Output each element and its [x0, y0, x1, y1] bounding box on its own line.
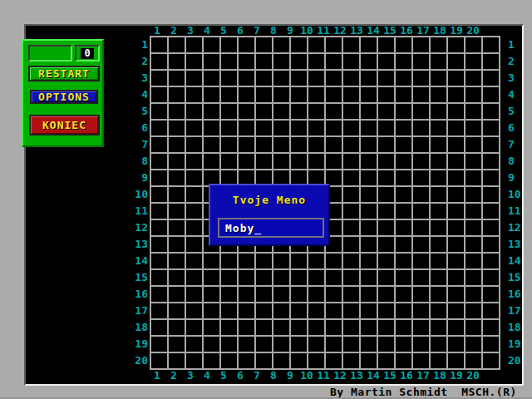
- row-label: 5: [130, 106, 148, 117]
- col-label: 16: [400, 26, 413, 36]
- row-label: 4: [508, 89, 528, 101]
- col-label: 20: [466, 26, 480, 36]
- row-label: 14: [130, 255, 148, 267]
- options-button[interactable]: OPTIONS: [30, 90, 98, 104]
- col-label: 7: [254, 371, 260, 381]
- col-label: 8: [270, 371, 277, 381]
- author-credit: By Martin Schmidt MSCH.(R): [330, 386, 517, 398]
- row-label: 8: [508, 155, 528, 167]
- col-label: 18: [433, 371, 446, 381]
- row-label: 2: [130, 56, 148, 67]
- col-label: 11: [317, 26, 330, 36]
- col-label: 15: [383, 371, 397, 381]
- col-label: 19: [450, 26, 463, 36]
- row-label: 19: [508, 338, 528, 350]
- col-label: 17: [416, 371, 430, 381]
- row-label: 12: [130, 222, 148, 234]
- col-label: 1: [154, 26, 160, 36]
- col-label: 12: [333, 371, 347, 381]
- row-label: 2: [508, 56, 528, 67]
- col-label: 3: [187, 26, 194, 36]
- row-label: 20: [130, 355, 148, 367]
- col-label: 4: [204, 371, 210, 381]
- row-label: 11: [508, 205, 528, 217]
- row-label: 6: [508, 122, 528, 134]
- restart-button[interactable]: RESTART: [28, 66, 100, 81]
- col-label: 7: [254, 26, 260, 36]
- game-window: 0 RESTART OPTIONS KONIEC 112233445566778…: [0, 0, 532, 399]
- col-label: 14: [367, 26, 380, 36]
- col-label: 10: [300, 371, 313, 381]
- col-label: 10: [300, 26, 313, 36]
- row-label: 16: [130, 288, 148, 300]
- row-label: 11: [130, 205, 148, 217]
- row-label: 4: [130, 89, 148, 101]
- row-label: 14: [508, 255, 528, 267]
- score-label-slot: [28, 45, 72, 62]
- row-label: 19: [130, 338, 148, 350]
- col-label: 15: [383, 26, 397, 36]
- col-label: 6: [237, 26, 244, 36]
- row-label: 3: [130, 72, 148, 84]
- row-label: 18: [130, 322, 148, 333]
- row-label: 18: [508, 322, 528, 333]
- row-label: 7: [130, 139, 148, 150]
- col-label: 5: [220, 26, 227, 36]
- col-label: 9: [287, 371, 293, 381]
- col-label: 4: [204, 26, 210, 36]
- row-label: 1: [508, 39, 528, 51]
- col-label: 12: [333, 26, 347, 36]
- row-label: 10: [130, 189, 148, 200]
- row-label: 13: [508, 239, 528, 250]
- col-label: 5: [220, 371, 227, 381]
- row-label: 10: [508, 189, 528, 200]
- row-label: 16: [508, 288, 528, 300]
- col-label: 13: [350, 371, 363, 381]
- col-label: 20: [466, 371, 480, 381]
- col-label: 11: [317, 371, 330, 381]
- row-label: 17: [130, 305, 148, 317]
- col-label: 2: [170, 26, 177, 36]
- koniec-button[interactable]: KONIEC: [29, 115, 100, 135]
- row-label: 8: [130, 155, 148, 167]
- col-label: 14: [367, 371, 380, 381]
- row-label: 15: [508, 272, 528, 283]
- col-label: 18: [433, 26, 446, 36]
- col-label: 1: [154, 371, 160, 381]
- player-name-input[interactable]: [218, 218, 324, 238]
- row-label: 15: [130, 272, 148, 283]
- row-label: 9: [508, 172, 528, 184]
- row-label: 20: [508, 355, 528, 367]
- dialog-title: Tvoje Meno: [210, 194, 328, 206]
- row-label: 1: [130, 39, 148, 51]
- row-label: 5: [508, 106, 528, 117]
- row-label: 7: [508, 139, 528, 150]
- col-label: 2: [170, 371, 177, 381]
- col-label: 8: [270, 26, 277, 36]
- score-value: 0: [81, 48, 93, 59]
- row-label: 3: [508, 72, 528, 84]
- col-label: 16: [400, 371, 413, 381]
- row-label: 9: [130, 172, 148, 184]
- col-label: 13: [350, 26, 363, 36]
- col-label: 17: [416, 26, 430, 36]
- score-display: 0: [75, 45, 100, 62]
- col-label: 19: [450, 371, 463, 381]
- row-label: 13: [130, 239, 148, 250]
- row-label: 12: [508, 222, 528, 234]
- control-panel: 0 RESTART OPTIONS KONIEC: [22, 39, 104, 147]
- row-label: 6: [130, 122, 148, 134]
- col-label: 6: [237, 371, 244, 381]
- name-dialog: Tvoje Meno: [209, 184, 330, 246]
- row-label: 17: [508, 305, 528, 317]
- col-label: 3: [187, 371, 194, 381]
- col-label: 9: [287, 26, 293, 36]
